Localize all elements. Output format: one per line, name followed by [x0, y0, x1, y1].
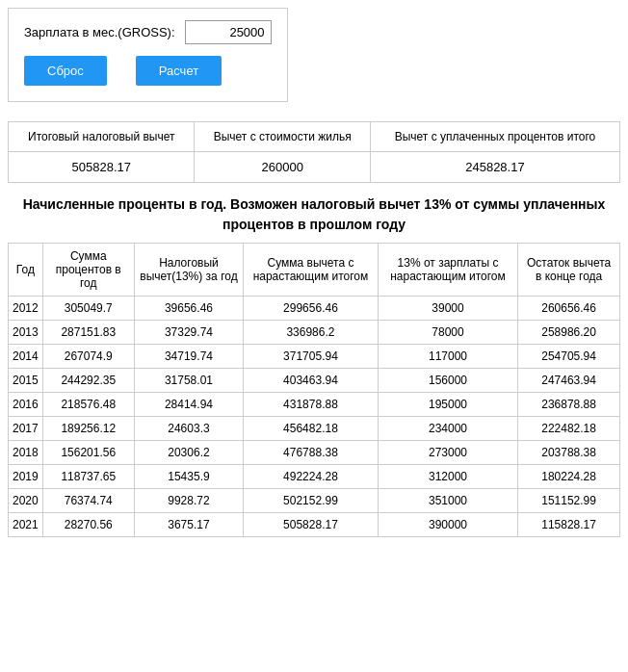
table-cell: 2016 — [9, 393, 43, 417]
table-cell: 305049.7 — [42, 297, 134, 321]
salary-label: Зарплата в мес.(GROSS): — [24, 25, 175, 39]
summary-header-0: Итоговый налоговый вычет — [9, 122, 195, 152]
table-row: 2017189256.1224603.3456482.1823400022248… — [9, 417, 620, 441]
table-cell: 247463.94 — [518, 369, 620, 393]
button-row: Сброс Расчет — [24, 56, 272, 86]
table-cell: 15435.9 — [134, 465, 243, 489]
table-cell: 24603.3 — [134, 417, 243, 441]
main-header-5: Остаток вычета в конце года — [518, 244, 620, 297]
table-cell: 244292.35 — [42, 369, 134, 393]
table-cell: 76374.74 — [42, 489, 134, 513]
table-cell: 39656.46 — [134, 297, 243, 321]
summary-data-row: 505828.17 260000 245828.17 — [9, 152, 620, 183]
table-cell: 267074.9 — [42, 345, 134, 369]
table-cell: 236878.88 — [518, 393, 620, 417]
table-row: 2012305049.739656.46299656.4639000260656… — [9, 297, 620, 321]
calc-button[interactable]: Расчет — [136, 56, 222, 86]
summary-section: Итоговый налоговый вычет Вычет с стоимос… — [8, 121, 620, 183]
table-cell: 118737.65 — [42, 465, 134, 489]
table-cell: 273000 — [378, 441, 517, 465]
table-cell: 2012 — [9, 297, 43, 321]
table-cell: 258986.20 — [518, 321, 620, 345]
table-cell: 2017 — [9, 417, 43, 441]
table-cell: 37329.74 — [134, 321, 243, 345]
notice-text: Начисленные проценты в год. Возможен нал… — [8, 194, 620, 235]
table-cell: 502152.99 — [244, 489, 379, 513]
table-cell: 3675.17 — [134, 513, 243, 537]
main-header-row: Год Сумма процентов в год Налоговый выче… — [9, 244, 620, 297]
top-section: Зарплата в мес.(GROSS): Сброс Расчет — [8, 8, 288, 102]
table-cell: 34719.74 — [134, 345, 243, 369]
table-cell: 234000 — [378, 417, 517, 441]
table-cell: 2020 — [9, 489, 43, 513]
table-cell: 312000 — [378, 465, 517, 489]
table-row: 202076374.749928.72502152.99351000151152… — [9, 489, 620, 513]
table-row: 2016218576.4828414.94431878.881950002368… — [9, 393, 620, 417]
summary-value-2: 245828.17 — [370, 152, 619, 183]
table-cell: 299656.46 — [244, 297, 379, 321]
table-cell: 115828.17 — [518, 513, 620, 537]
main-header-1: Сумма процентов в год — [42, 244, 134, 297]
summary-header-row: Итоговый налоговый вычет Вычет с стоимос… — [9, 122, 620, 152]
table-cell: 2019 — [9, 465, 43, 489]
table-cell: 156201.56 — [42, 441, 134, 465]
salary-input[interactable] — [185, 20, 272, 44]
table-cell: 203788.38 — [518, 441, 620, 465]
table-cell: 156000 — [378, 369, 517, 393]
main-header-3: Сумма вычета с нарастающим итогом — [244, 244, 379, 297]
table-cell: 2015 — [9, 369, 43, 393]
table-cell: 195000 — [378, 393, 517, 417]
table-cell: 260656.46 — [518, 297, 620, 321]
main-header-0: Год — [9, 244, 43, 297]
table-cell: 431878.88 — [244, 393, 379, 417]
main-table-section: Год Сумма процентов в год Налоговый выче… — [8, 243, 620, 537]
table-cell: 218576.48 — [42, 393, 134, 417]
table-cell: 222482.18 — [518, 417, 620, 441]
table-cell: 28414.94 — [134, 393, 243, 417]
table-cell: 28270.56 — [42, 513, 134, 537]
table-cell: 287151.83 — [42, 321, 134, 345]
summary-table: Итоговый налоговый вычет Вычет с стоимос… — [8, 121, 620, 183]
table-row: 2015244292.3531758.01403463.941560002474… — [9, 369, 620, 393]
table-cell: 2018 — [9, 441, 43, 465]
table-cell: 505828.17 — [244, 513, 379, 537]
table-cell: 180224.28 — [518, 465, 620, 489]
reset-button[interactable]: Сброс — [24, 56, 107, 86]
table-cell: 31758.01 — [134, 369, 243, 393]
table-cell: 336986.2 — [244, 321, 379, 345]
table-cell: 189256.12 — [42, 417, 134, 441]
table-cell: 20306.2 — [134, 441, 243, 465]
table-row: 2013287151.8337329.74336986.278000258986… — [9, 321, 620, 345]
table-cell: 2013 — [9, 321, 43, 345]
summary-header-2: Вычет с уплаченных процентов итого — [370, 122, 619, 152]
table-cell: 390000 — [378, 513, 517, 537]
table-cell: 492224.28 — [244, 465, 379, 489]
salary-row: Зарплата в мес.(GROSS): — [24, 20, 272, 44]
table-cell: 351000 — [378, 489, 517, 513]
main-header-2: Налоговый вычет(13%) за год — [134, 244, 243, 297]
summary-header-1: Вычет с стоимости жилья — [195, 122, 370, 152]
table-cell: 2021 — [9, 513, 43, 537]
table-cell: 2014 — [9, 345, 43, 369]
main-header-4: 13% от зарплаты с нарастающим итогом — [378, 244, 517, 297]
table-cell: 476788.38 — [244, 441, 379, 465]
table-cell: 9928.72 — [134, 489, 243, 513]
table-row: 2018156201.5620306.2476788.3827300020378… — [9, 441, 620, 465]
table-cell: 371705.94 — [244, 345, 379, 369]
table-row: 202128270.563675.17505828.17390000115828… — [9, 513, 620, 537]
summary-value-1: 260000 — [195, 152, 370, 183]
table-cell: 151152.99 — [518, 489, 620, 513]
table-cell: 456482.18 — [244, 417, 379, 441]
table-cell: 254705.94 — [518, 345, 620, 369]
table-row: 2019118737.6515435.9492224.2831200018022… — [9, 465, 620, 489]
table-cell: 78000 — [378, 321, 517, 345]
table-row: 2014267074.934719.74371705.9411700025470… — [9, 345, 620, 369]
table-cell: 39000 — [378, 297, 517, 321]
table-cell: 403463.94 — [244, 369, 379, 393]
table-cell: 117000 — [378, 345, 517, 369]
main-table: Год Сумма процентов в год Налоговый выче… — [8, 243, 620, 537]
summary-value-0: 505828.17 — [9, 152, 195, 183]
